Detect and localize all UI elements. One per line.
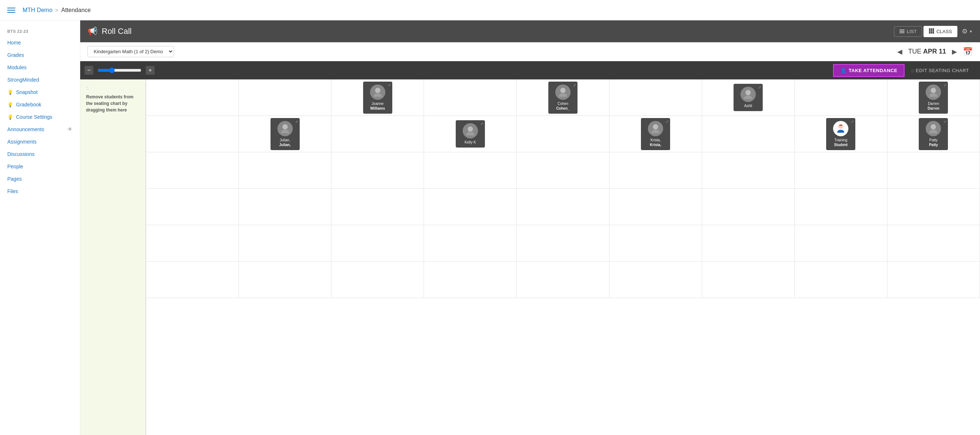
zoom-slider[interactable] (98, 67, 142, 73)
sidebar-item-files[interactable]: Files (0, 185, 80, 197)
gear-icon: ⚙ (962, 27, 967, 35)
breadcrumb: MTH Demo > Attendance (22, 7, 91, 13)
sidebar-item-people[interactable]: People (0, 160, 80, 173)
date-bar: Kindergarten Math (1 of 2) Demo ◀ TUE AP… (80, 42, 980, 61)
student-avatar-patty (926, 121, 941, 136)
student-name-ashli: Ashli (744, 103, 752, 108)
grid-cell (609, 225, 702, 262)
expand-icon: ⤢ (943, 83, 947, 87)
calendar-button[interactable]: 📅 (963, 47, 973, 57)
sidebar-item-announcements[interactable]: Announcements 👁 (0, 123, 80, 135)
grid-cell: ⤢ JoanneWilliams (331, 79, 424, 116)
student-card-kelly[interactable]: ⤢ Kelly K (456, 120, 485, 148)
brand-link[interactable]: MTH Demo (22, 7, 52, 13)
bulb-icon-snapshot: 💡 (7, 90, 13, 95)
expand-icon: ⤢ (480, 122, 484, 126)
expand-icon: ⤢ (295, 119, 298, 124)
svg-rect-6 (929, 32, 931, 33)
student-card-training[interactable]: ⤢ TrainingStudent (826, 118, 855, 150)
svg-rect-1 (931, 29, 932, 30)
sidebar-label-grades: Grades (7, 52, 24, 58)
svg-point-12 (931, 88, 936, 93)
grid-cell (795, 262, 888, 298)
eye-icon: 👁 (67, 126, 73, 132)
breadcrumb-separator: > (56, 7, 58, 13)
grid-cell (239, 225, 331, 262)
student-card-patty[interactable]: ⤢ PattyPatty (919, 118, 948, 150)
settings-chevron-icon: ▼ (969, 30, 973, 33)
sidebar-item-course-settings[interactable]: 💡 Course Settings (0, 111, 80, 123)
zoom-in-button[interactable]: + (146, 66, 154, 75)
expand-icon: ⤢ (573, 83, 576, 87)
sidebar-item-assignments[interactable]: Assignments (0, 135, 80, 148)
grid-cell (146, 79, 239, 116)
settings-button[interactable]: ⚙ ▼ (962, 27, 973, 35)
grid-cell: ⤢ Kelly K (424, 116, 517, 152)
take-attendance-label: TAKE ATTENDANCE (849, 68, 897, 73)
person-add-icon: 👤 (840, 68, 846, 73)
sidebar-item-home[interactable]: Home (0, 37, 80, 49)
edit-seating-button[interactable]: :: EDIT SEATING CHART (905, 65, 975, 76)
svg-point-13 (282, 124, 287, 129)
student-card-krista[interactable]: ⤢ Krista,Krista, (641, 118, 670, 150)
grid-cell: ⤢ TrainingStudent (795, 116, 888, 152)
zoom-out-button[interactable]: − (84, 66, 93, 75)
list-view-button[interactable]: LIST (894, 26, 922, 37)
svg-rect-0 (929, 29, 931, 30)
grid-cell: ⤢ Krista,Krista, (609, 116, 702, 152)
grid-cell (795, 189, 888, 225)
student-name-darren: DarrenDarren (928, 101, 939, 111)
grid-cell (702, 189, 795, 225)
sidebar-item-modules[interactable]: Modules (0, 61, 80, 74)
edit-seating-label: :: EDIT SEATING CHART (911, 68, 969, 73)
next-date-button[interactable]: ▶ (950, 46, 958, 57)
sidebar-item-grades[interactable]: Grades (0, 49, 80, 61)
grid-cell (795, 79, 888, 116)
content-area: 📢 Roll Call LIST CLASS (80, 21, 980, 435)
grid-icon (929, 29, 934, 35)
list-view-label: LIST (907, 29, 916, 34)
sidebar: BTS 22-23 Home Grades Modules StrongMind… (0, 21, 80, 435)
sidebar-label-snapshot: Snapshot (16, 89, 38, 95)
take-attendance-button[interactable]: 👤 TAKE ATTENDANCE (833, 64, 905, 77)
svg-rect-7 (931, 32, 932, 33)
grid-cell (424, 79, 517, 116)
zoom-controls: − + (84, 66, 154, 75)
student-name-julian: Julian,Julian, (279, 138, 291, 147)
sidebar-item-snapshot[interactable]: 💡 Snapshot (0, 86, 80, 98)
student-card-julian[interactable]: ⤢ Julian,Julian, (270, 118, 300, 150)
sidebar-label-gradebook: Gradebook (16, 102, 41, 108)
grid-cell (331, 225, 424, 262)
date-navigation: ◀ TUE APR 11 ▶ 📅 (896, 46, 973, 57)
student-card-joanne[interactable]: ⤢ JoanneWilliams (363, 82, 392, 114)
drop-zone[interactable]: :: Remove students from the seating char… (80, 79, 146, 435)
sidebar-item-strongminded[interactable]: StrongMinded (0, 74, 80, 86)
grid-cell (609, 152, 702, 189)
student-card-darren[interactable]: ⤢ DarrenDarren (919, 82, 948, 114)
sidebar-item-discussions[interactable]: Discussions (0, 148, 80, 160)
calendar-icon: 📅 (963, 47, 973, 56)
class-view-button[interactable]: CLASS (923, 26, 958, 37)
grid-cell: ⤢ Ashli (702, 79, 795, 116)
grid-cell (146, 189, 239, 225)
svg-rect-8 (932, 32, 934, 33)
student-card-cohen[interactable]: ⤢ CohenCohen_ (548, 82, 578, 114)
student-card-ashli[interactable]: ⤢ Ashli (733, 84, 763, 111)
sidebar-item-gradebook[interactable]: 💡 Gradebook (0, 98, 80, 111)
grid-cell (331, 262, 424, 298)
course-select[interactable]: Kindergarten Math (1 of 2) Demo (88, 46, 174, 57)
grid-cell (146, 225, 239, 262)
grid-cell: ⤢ PattyPatty (888, 116, 980, 152)
student-name-kelly: Kelly K (465, 140, 476, 144)
grid-cell (702, 225, 795, 262)
student-name-cohen: CohenCohen_ (556, 101, 570, 111)
prev-date-button[interactable]: ◀ (896, 46, 904, 57)
svg-point-11 (746, 90, 751, 95)
roll-call-title: Roll Call (102, 27, 894, 36)
svg-point-18 (931, 124, 936, 129)
grid-cell (239, 152, 331, 189)
grid-cell (331, 189, 424, 225)
hamburger-menu[interactable] (7, 8, 15, 13)
sidebar-item-pages[interactable]: Pages (0, 173, 80, 185)
grid-cell (517, 116, 609, 152)
